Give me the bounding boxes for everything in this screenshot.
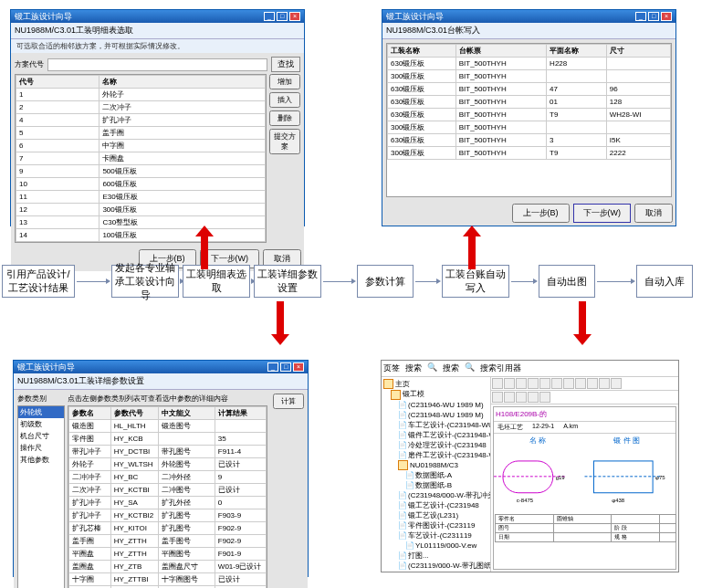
tree-node[interactable]: 数据图纸-A [383,470,488,480]
arrow-right-icon [323,281,352,282]
drawing-area[interactable]: H108/E209B-的 毛坯工艺 12-29-1 A.km 名 称 锻 件 图… [493,406,676,570]
arrow-up-icon [195,226,214,269]
prev-button[interactable]: 上一步(B) [512,204,570,223]
title-text: 锻工族设计向导 [15,11,72,23]
tool-icon[interactable] [528,392,539,403]
tab[interactable]: 搜索引用器 [480,362,521,374]
list-item[interactable]: 机台尺寸 [18,430,64,442]
tree-node[interactable]: (C23119/000-W-带孔图纸 [383,561,488,571]
window-ledger: 锻工族设计向导 _□× NU1988M/C3.01台帐写入 工装名称台帐票平面名… [382,9,676,226]
tree-node[interactable]: (C231948-WU 1989 M) [383,410,488,420]
close-icon[interactable]: × [289,12,300,21]
list-item[interactable]: 操作尺 [18,442,64,454]
svg-text:c-8475: c-8475 [517,498,534,503]
legend: 锻 件 图 [613,436,639,446]
svg-text:φ438: φ438 [612,498,624,503]
param-category-list[interactable]: 外轮线初级数机台尺寸操作尺其他参数 [17,405,65,588]
tree-node[interactable]: YL01119/000-V.ew [383,541,488,551]
list-item[interactable]: 其他参数 [18,454,64,466]
minimize-icon[interactable]: _ [635,12,646,21]
tree-node[interactable]: (C231946-WU 1989 M) [383,400,488,410]
left-label: 参数类别 [17,394,65,404]
tree-node[interactable]: 锻件工艺设计-(C231948-WU 19 [383,430,488,440]
param-table[interactable]: 参数名参数代号中文能义计算结果锻造图HL_HLTH锻造图号零件图HY_KCB35… [68,405,267,588]
tool-icon[interactable] [587,378,598,389]
tool-icon[interactable] [504,392,515,403]
arrow-down-icon [271,301,289,345]
tree-node[interactable]: 零件图设计-(C23119 [383,520,488,530]
tree-node[interactable]: (I203128/000-带孔图纸 [383,571,488,572]
flow-node: 工装详细参数设置 [254,265,321,298]
tool-icon[interactable] [492,378,503,389]
drawing-svg: c-8475 g19 φ438 φ75 [494,447,675,511]
tree-node[interactable]: NU01988M/C3 [383,460,488,470]
tree-node[interactable]: 打图... [383,551,488,561]
tab[interactable]: 搜索 [405,362,422,374]
tree-node[interactable]: 锻工艺设(L231) [383,510,488,520]
tool-icon[interactable] [516,378,527,389]
tool-icon[interactable] [504,378,515,389]
ledger-table[interactable]: 工装名称台帐票平面名称尺寸630锻压板BIT_500THYHH228300锻压板… [386,43,672,197]
side-button[interactable]: 提交方案 [269,129,300,154]
arrow-right-icon [511,281,534,282]
tool-icon[interactable] [599,378,610,389]
minimize-icon[interactable]: _ [267,362,278,372]
plan-input[interactable] [47,58,267,71]
cancel-button[interactable]: 取消 [634,204,673,223]
arrow-right-icon [597,281,632,282]
flow-node: 引用产品设计/工艺设计结果 [2,265,75,298]
next-button[interactable]: 下一步(W) [573,204,632,223]
window-params: 锻工族设计向导 _□× NU1988M/C3.01工装详细参数设置 参数类别 外… [13,360,309,577]
list-item[interactable]: 初级数 [18,418,64,430]
tree-node[interactable]: 主页 [383,379,488,389]
tree-node[interactable]: 车艺设计-(C231119 [383,530,488,541]
tree-view[interactable]: 主页锻工模(C231946-WU 1989 M)(C231948-WU 1989… [382,377,491,572]
side-button[interactable]: 增加 [269,74,300,89]
tool-icon[interactable] [551,378,562,389]
minimize-icon[interactable]: _ [264,12,275,21]
tool-icon[interactable] [539,378,550,389]
maximize-icon[interactable]: □ [280,362,291,372]
arrow-right-icon [77,281,107,282]
close-icon[interactable]: × [293,362,304,372]
calc-button[interactable]: 计算 [273,394,304,409]
arrow-up-icon [463,226,481,269]
titlebar[interactable]: 锻工族设计向导 _ □ × [11,10,304,23]
tool-icon[interactable] [539,392,550,403]
subtitle: NU1988M/C3.01工装明细表选取 [11,23,304,39]
close-icon[interactable]: × [661,12,672,21]
tool-icon[interactable] [563,378,574,389]
tree-node[interactable]: 锻工模 [383,389,488,399]
search-button[interactable]: 查找 [271,57,300,72]
tab[interactable]: 页签 [383,362,400,374]
toolbar2 [491,391,678,404]
subtitle: NU1988M/C3.01台帐写入 [382,23,675,39]
side-button[interactable]: 删除 [269,110,300,126]
flow-node: 发起各专业轴承工装设计向导 [111,265,179,298]
field: 12-29-1 [532,423,554,432]
tree-node[interactable]: 锻工艺设计-(C231948 [383,500,488,510]
tool-icon[interactable] [516,392,527,403]
titlebar[interactable]: 锻工族设计向导 _□× [14,361,308,373]
side-button[interactable]: 插入 [269,92,300,108]
tree-node[interactable]: 磨件工艺设计-(C231948-WU 19 [383,450,488,460]
tool-icon[interactable] [575,378,586,389]
flow-node: 参数计算 [357,265,414,298]
list-item[interactable]: 外轮线 [18,406,64,418]
maximize-icon[interactable]: □ [648,12,659,21]
tool-icon[interactable] [492,392,503,403]
flow-node: 自动入库 [636,265,693,298]
titlebar[interactable]: 锻工族设计向导 _□× [382,10,675,23]
flow-node: 工装明细表选取 [183,265,250,298]
plan-table[interactable]: 代号名称1外轮子2二次冲子4扩孔冲子5盖手圈6中字圈7卡圈盘9500锻压板106… [15,74,267,243]
tool-icon[interactable] [528,378,539,389]
tree-node[interactable]: 车工艺设计-(C231948-WU 198 [383,420,488,430]
tree-node[interactable]: 冷处理艺设计-(C231948 [383,440,488,450]
maximize-icon[interactable]: □ [277,12,288,21]
tree-node[interactable]: 数据图纸-B [383,480,488,490]
tree-node[interactable]: (C231948/000-W-带孔冲头 [383,490,488,500]
top-hint: 点击左侧参数类别列表可查看选中参数的详细内容 [68,394,267,404]
tool-icon[interactable] [611,378,622,389]
subtitle: NU1988M/C3.01工装详细参数设置 [14,373,308,390]
tab[interactable]: 搜索 [443,362,459,374]
